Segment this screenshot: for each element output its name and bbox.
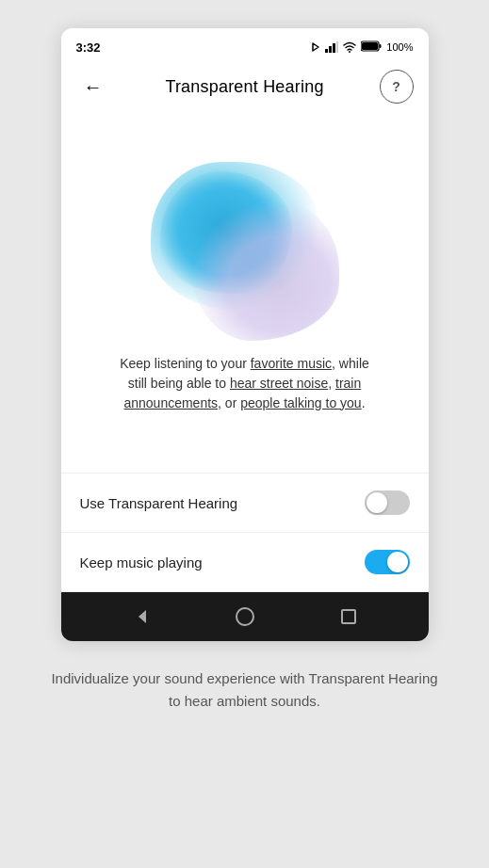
signal-icon: [325, 41, 338, 53]
nav-back-button[interactable]: [121, 596, 162, 637]
transparent-hearing-row: Use Transparent Hearing: [61, 474, 429, 533]
help-button[interactable]: ?: [380, 70, 414, 104]
battery-icon: [361, 40, 382, 54]
status-bar: 3:32: [61, 28, 429, 62]
nav-back-icon: [133, 608, 150, 625]
top-bar: ← Transparent Hearing ?: [61, 62, 429, 115]
wifi-icon: [343, 41, 356, 53]
blob-layer-purple: [188, 200, 339, 341]
svg-point-4: [349, 51, 350, 53]
status-icons: 100%: [311, 40, 413, 54]
main-content: Keep listening to your favorite music, w…: [61, 115, 429, 592]
transparent-hearing-toggle[interactable]: [365, 490, 410, 515]
svg-rect-1: [329, 46, 332, 53]
svg-rect-0: [325, 49, 328, 53]
page-wrapper: 3:32: [0, 0, 489, 868]
svg-rect-3: [336, 41, 338, 53]
phone-frame: 3:32: [61, 28, 429, 641]
blob-area: Keep listening to your favorite music, w…: [61, 115, 429, 473]
help-icon: ?: [392, 79, 400, 94]
transparent-hearing-label: Use Transparent Hearing: [80, 495, 238, 511]
keep-music-row: Keep music playing: [61, 533, 429, 592]
svg-rect-6: [362, 42, 378, 50]
svg-marker-8: [139, 610, 146, 623]
svg-rect-7: [380, 44, 382, 48]
nav-bar: [61, 592, 429, 641]
battery-percent: 100%: [386, 41, 413, 53]
toggle-knob-2: [387, 552, 408, 572]
nav-recent-button[interactable]: [328, 596, 369, 637]
caption-text: Individualize your sound experience with…: [47, 667, 442, 713]
keep-music-toggle[interactable]: [365, 550, 410, 574]
bluetooth-icon: [311, 40, 320, 54]
svg-rect-2: [333, 43, 335, 53]
page-title: Transparent Hearing: [165, 77, 323, 97]
keep-music-label: Keep music playing: [80, 555, 203, 571]
nav-home-button[interactable]: [224, 596, 266, 637]
description-text: Keep listening to your favorite music, w…: [113, 354, 377, 413]
bottom-caption: Individualize your sound experience with…: [0, 667, 489, 713]
back-button[interactable]: ←: [76, 70, 110, 104]
nav-recent-icon: [341, 609, 356, 624]
toggle-knob-1: [367, 492, 387, 513]
nav-home-icon: [236, 607, 254, 626]
status-time: 3:32: [76, 40, 101, 55]
settings-area: Use Transparent Hearing Keep music playi…: [61, 473, 429, 592]
blob-shape: [132, 143, 358, 350]
back-arrow-icon: ←: [84, 76, 103, 98]
blob-visual: [132, 143, 358, 350]
